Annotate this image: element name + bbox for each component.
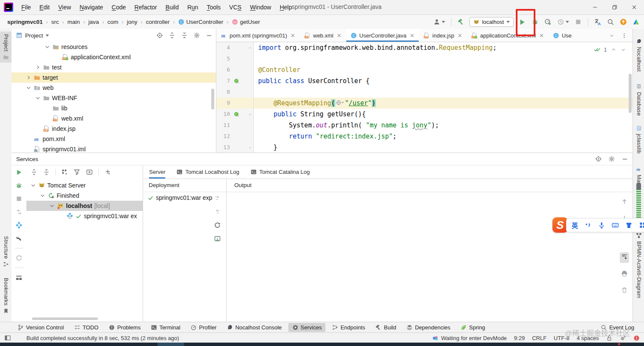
- collapse-all-icon[interactable]: [43, 169, 50, 176]
- refresh-dark-icon[interactable]: [214, 222, 221, 229]
- menu-vcs[interactable]: VCS: [225, 2, 245, 12]
- editor-tab-index.jsp[interactable]: JSPindex.jsp✕: [419, 29, 467, 42]
- toolwindow-button-version-control[interactable]: Version Control: [14, 323, 68, 332]
- code-line-5[interactable]: 5: [216, 53, 632, 64]
- menu-file[interactable]: File: [17, 2, 35, 12]
- tool-windows-toggle-icon[interactable]: [4, 334, 11, 341]
- minimize-icon[interactable]: [621, 156, 628, 162]
- inspection-widget[interactable]: 1: [594, 46, 627, 53]
- code-line-10[interactable]: 10 public String getUser(){: [216, 109, 632, 120]
- breadcrumb-item-getuser[interactable]: mgetUser: [230, 18, 261, 26]
- services-tree-row[interactable]: springmvc01:war ex: [26, 211, 143, 221]
- code-line-8[interactable]: 8: [216, 86, 632, 98]
- project-tree-row[interactable]: springmvc01.iml: [12, 144, 216, 153]
- toolwindow-button-dependencies[interactable]: Dependencies: [402, 323, 454, 332]
- services-tab-tomcat-catalina-log[interactable]: Tomcat Catalina Log: [250, 165, 310, 179]
- bug-green-icon[interactable]: [15, 182, 23, 189]
- breadcrumb-item-java[interactable]: java: [87, 18, 101, 26]
- breadcrumb-item-usercontroller[interactable]: CUserController: [177, 18, 224, 26]
- breadcrumb-item-com[interactable]: com: [106, 18, 120, 26]
- project-tree-row[interactable]: resources: [12, 42, 216, 52]
- menu-code[interactable]: Code: [108, 2, 129, 12]
- services-tree-row[interactable]: localhost[local]: [26, 201, 143, 211]
- fold-marker[interactable]: [247, 46, 253, 50]
- project-tree-row[interactable]: target: [12, 72, 216, 83]
- services-tab-server[interactable]: Server: [149, 165, 165, 179]
- stripe-tab-jclasslib[interactable]: jclasslib: [633, 123, 644, 156]
- code-editor[interactable]: 4import org.springframework.web.bind.ann…: [216, 42, 632, 153]
- build-project-button[interactable]: [457, 17, 466, 26]
- run-configuration-select[interactable]: localhost: [469, 17, 514, 27]
- spring-bean-icon[interactable]: [233, 111, 239, 117]
- code-line-4[interactable]: 4import org.springframework.web.bind.ann…: [216, 42, 632, 53]
- project-tree-row[interactable]: </>applicationContext.xml: [12, 52, 216, 62]
- code-line-12[interactable]: 12 return "redirect:index.jsp";: [216, 131, 632, 142]
- stripe-tab-structure[interactable]: Structure: [0, 234, 12, 270]
- chevron-down-small-icon[interactable]: [609, 32, 615, 39]
- wrench-icon[interactable]: [15, 235, 23, 242]
- refresh-icon[interactable]: [15, 254, 23, 262]
- run-with-coverage-button[interactable]: [556, 17, 570, 26]
- locate-icon[interactable]: [156, 32, 163, 39]
- project-view-title[interactable]: Project: [25, 32, 43, 39]
- chevron-up-small-icon[interactable]: [610, 46, 617, 53]
- chevron-down-small-icon[interactable]: [620, 46, 627, 53]
- fold-marker[interactable]: [247, 112, 253, 117]
- stripe-tab-project[interactable]: Project: [0, 32, 12, 63]
- toolwindow-button-todo[interactable]: TODO: [70, 323, 102, 332]
- status-widget-crlf[interactable]: CRLF: [532, 335, 546, 341]
- run-with-profiler-button[interactable]: [543, 17, 552, 26]
- services-tree-row[interactable]: Tomcat Server: [26, 180, 143, 190]
- services-tab-tomcat-localhost-log[interactable]: Tomcat Localhost Log: [176, 165, 239, 179]
- editor-tab-web.xml[interactable]: </>web.xml✕: [300, 29, 346, 42]
- deploy-right-icon[interactable]: [214, 194, 221, 202]
- spring-bean-icon[interactable]: [233, 78, 239, 84]
- breadcrumb-item-springmvc01[interactable]: springmvc01: [6, 18, 44, 26]
- translate-button[interactable]: A: [593, 17, 602, 26]
- menu-build[interactable]: Build: [162, 2, 183, 12]
- editor-tab-applicationcontext.xml[interactable]: </>applicationContext.xml✕: [467, 29, 549, 42]
- deployment-row[interactable]: springmvc01:war exp: [143, 192, 219, 203]
- deploy-all-icon[interactable]: [214, 235, 221, 242]
- arrow-up-button[interactable]: [620, 197, 629, 208]
- sogou-logo-icon[interactable]: S: [552, 217, 568, 233]
- project-tree-row[interactable]: JSPindex.jsp: [12, 124, 216, 134]
- collapse-all-icon[interactable]: [181, 32, 188, 39]
- close-icon[interactable]: ✕: [290, 32, 295, 39]
- services-tree-row[interactable]: Finished: [26, 190, 143, 201]
- breadcrumb-item-jony[interactable]: jony: [126, 18, 139, 26]
- breadcrumb-item-controller[interactable]: controller: [145, 18, 171, 26]
- project-tree-row[interactable]: WEB-INF: [12, 93, 216, 103]
- debug-button[interactable]: [531, 17, 540, 26]
- gear-icon[interactable]: [193, 32, 200, 39]
- skin-icon[interactable]: [625, 222, 632, 229]
- toolwindow-button-problems[interactable]: Problems: [105, 323, 144, 332]
- close-button[interactable]: [624, 0, 644, 14]
- close-icon[interactable]: ✕: [410, 32, 414, 39]
- toolwindow-button-services[interactable]: Services: [288, 323, 326, 332]
- plus-icon[interactable]: [104, 169, 111, 176]
- deploy-left-icon[interactable]: [214, 208, 221, 215]
- play-green-icon[interactable]: [15, 169, 23, 176]
- project-tree-row[interactable]: mpom.xml: [12, 134, 216, 144]
- close-icon[interactable]: ✕: [457, 32, 462, 39]
- scroll-end-button[interactable]: [620, 252, 629, 263]
- toolbox-app-button[interactable]: [632, 17, 641, 26]
- menu-run[interactable]: Run: [184, 2, 202, 12]
- status-message[interactable]: Build completed successfully in 8 sec, 5…: [26, 335, 179, 341]
- inspection-count[interactable]: 1: [604, 46, 607, 53]
- code-line-13[interactable]: 13 }: [216, 142, 632, 153]
- editor-vertical-scrollbar[interactable]: [629, 74, 632, 113]
- close-icon[interactable]: ✕: [337, 32, 342, 39]
- code-line-11[interactable]: 11 System.out.println( "my name is jony"…: [216, 120, 632, 131]
- search-everywhere-button[interactable]: [606, 17, 615, 26]
- filter-icon[interactable]: [74, 169, 80, 176]
- project-tree-row[interactable]: web: [12, 83, 216, 93]
- stop-button[interactable]: [574, 17, 583, 26]
- project-tree-row[interactable]: lib: [12, 103, 216, 113]
- kebab-icon[interactable]: [621, 32, 627, 39]
- menu-window[interactable]: Window: [246, 2, 275, 12]
- menu-edit[interactable]: Edit: [36, 2, 54, 12]
- error-badge-widget[interactable]: [633, 335, 640, 341]
- chevron-down-icon[interactable]: [46, 35, 49, 37]
